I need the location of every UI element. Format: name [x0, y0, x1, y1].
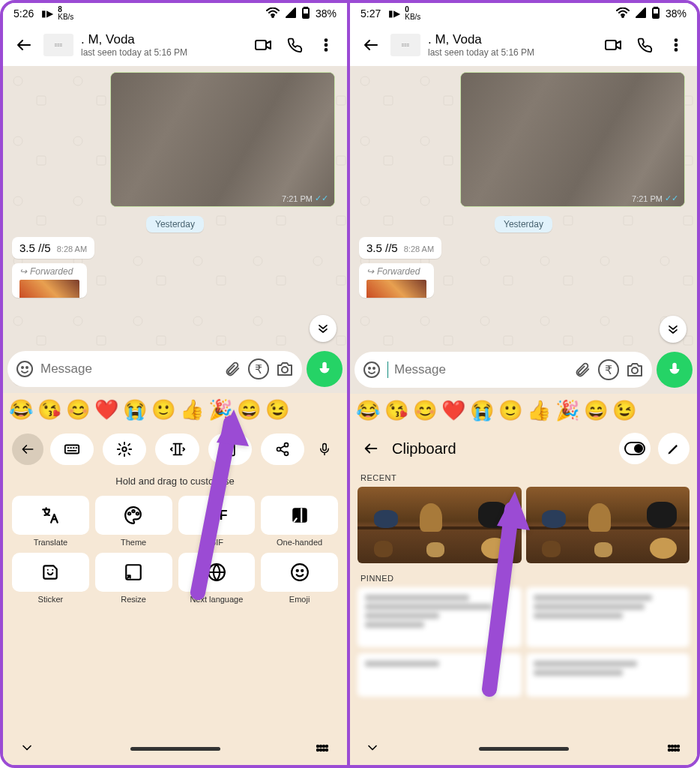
forwarded-message[interactable]: ↪Forwarded	[12, 263, 87, 298]
kb-hint: Hold and drag to customise	[12, 476, 338, 487]
chat-header: ≡≡≡ . M, Voda last seen today at 5:16 PM	[3, 24, 347, 66]
kb-voice-icon[interactable]	[311, 434, 338, 465]
rupee-icon[interactable]: ₹	[248, 358, 269, 380]
kb-cell-theme[interactable]: Theme	[95, 496, 172, 547]
call-icon[interactable]	[283, 33, 307, 57]
nav-pill[interactable]	[130, 747, 220, 751]
message-input[interactable]	[40, 362, 217, 376]
more-icon[interactable]	[314, 33, 338, 57]
kb-clipboard-icon[interactable]	[208, 434, 252, 465]
svg-rect-2	[304, 7, 307, 8]
emoji-item[interactable]: 😊	[66, 398, 90, 422]
message-incoming[interactable]: 3.5 //5 8:28 AM	[359, 237, 441, 259]
clipboard-back-icon[interactable]	[357, 435, 384, 462]
clipboard-text-1[interactable]	[357, 587, 522, 647]
chat-title[interactable]: . M, Voda last seen today at 5:16 PM	[428, 32, 594, 58]
emoji-item[interactable]: 😉	[612, 399, 636, 422]
image-message[interactable]: 7:21 PM ✓✓	[110, 72, 335, 207]
kb-back-button[interactable]	[12, 434, 43, 465]
image-message[interactable]: 7:21 PM ✓✓	[460, 72, 685, 207]
attach-icon[interactable]	[573, 360, 592, 380]
message-input-pill: ₹	[7, 351, 302, 387]
kb-cell-gif[interactable]: GIFGIF	[178, 496, 256, 547]
scroll-down-button[interactable]	[310, 315, 337, 342]
emoji-item[interactable]: ❤️	[441, 399, 465, 422]
emoji-item[interactable]: 😭	[470, 399, 494, 422]
clipboard-text-2[interactable]	[526, 587, 690, 647]
emoji-item[interactable]: 😂	[9, 398, 33, 422]
emoji-icon[interactable]	[15, 359, 34, 379]
svg-point-37	[326, 748, 328, 750]
kb-collapse-icon[interactable]	[19, 740, 34, 758]
kb-keyboard-icon[interactable]	[50, 434, 94, 465]
camera-icon[interactable]	[625, 360, 645, 380]
scroll-down-button[interactable]	[660, 316, 687, 343]
rupee-icon[interactable]: ₹	[598, 359, 619, 380]
emoji-item[interactable]: 😘	[37, 398, 61, 422]
avatar[interactable]: ≡≡≡	[43, 34, 73, 56]
emoji-item[interactable]: 😊	[413, 399, 437, 422]
emoji-item[interactable]: 😭	[123, 398, 147, 422]
svg-rect-41	[654, 14, 658, 17]
emoji-item[interactable]: 🎉	[208, 398, 232, 422]
kb-dots-icon[interactable]	[316, 743, 331, 755]
svg-rect-42	[606, 40, 616, 50]
kb-cell-resize[interactable]: Resize	[95, 553, 172, 604]
emoji-item[interactable]: 😉	[265, 398, 289, 422]
phone-right: 5:27 ▮▶ 0KB/s 38% ≡≡≡ . M, Voda last see…	[350, 3, 697, 765]
kb-cell-onehanded[interactable]: One-handed	[261, 496, 338, 547]
back-icon[interactable]	[359, 33, 383, 57]
svg-point-53	[669, 745, 670, 746]
kb-cell-nextlang[interactable]: Next language	[178, 553, 256, 604]
more-icon[interactable]	[664, 33, 688, 57]
video-call-icon[interactable]	[251, 33, 275, 57]
clipboard-edit-icon[interactable]	[658, 433, 690, 464]
call-icon[interactable]	[633, 33, 657, 57]
clipboard-image-2[interactable]	[526, 487, 690, 563]
back-icon[interactable]	[12, 33, 36, 57]
svg-point-52	[635, 445, 642, 452]
kb-cell-sticker[interactable]: Sticker	[12, 553, 89, 604]
clipboard-text-3[interactable]	[357, 653, 522, 697]
emoji-item[interactable]: ❤️	[94, 398, 118, 422]
chat-title[interactable]: . M, Voda last seen today at 5:16 PM	[81, 32, 244, 58]
attach-icon[interactable]	[223, 359, 242, 379]
video-call-icon[interactable]	[601, 33, 625, 57]
status-time: 5:26	[13, 8, 34, 20]
kb-dots-icon[interactable]	[667, 743, 682, 755]
clipboard-image-1[interactable]	[357, 487, 522, 563]
message-input[interactable]	[394, 362, 567, 377]
message-incoming[interactable]: 3.5 //5 8:28 AM	[12, 237, 94, 259]
kb-collapse-icon[interactable]	[365, 740, 380, 758]
emoji-icon[interactable]	[362, 360, 381, 380]
svg-rect-13	[65, 446, 79, 454]
wifi-icon	[616, 8, 630, 20]
nav-pill[interactable]	[479, 747, 569, 751]
battery-icon	[302, 7, 310, 21]
mic-button[interactable]	[307, 351, 343, 387]
kb-textselect-icon[interactable]	[155, 434, 199, 465]
camera-icon[interactable]	[275, 359, 295, 379]
kb-share-icon[interactable]	[261, 434, 304, 465]
emoji-item[interactable]: 😄	[584, 399, 608, 422]
emoji-item[interactable]: 👍	[527, 399, 551, 422]
forwarded-message[interactable]: ↪Forwarded	[359, 263, 434, 298]
chat-header: ≡≡≡ . M, Voda last seen today at 5:16 PM	[350, 24, 697, 66]
emoji-item[interactable]: 😄	[237, 398, 261, 422]
clipboard-toggle[interactable]	[619, 433, 651, 464]
forward-icon: ↪	[19, 266, 27, 277]
clipboard-text-4[interactable]	[526, 653, 690, 697]
emoji-item[interactable]: 👍	[180, 398, 204, 422]
chat-body: 7:21 PM ✓✓ Yesterday 3.5 //5 8:28 AM ↪Fo…	[3, 66, 347, 393]
svg-point-59	[675, 748, 676, 750]
mic-button[interactable]	[657, 352, 693, 388]
kb-settings-icon[interactable]	[103, 434, 146, 465]
kb-cell-translate[interactable]: Translate	[12, 496, 89, 547]
emoji-item[interactable]: 😘	[384, 399, 408, 422]
emoji-item[interactable]: 😂	[356, 399, 380, 422]
kb-cell-emoji[interactable]: Emoji	[261, 553, 338, 604]
emoji-item[interactable]: 🎉	[555, 399, 579, 422]
emoji-item[interactable]: 🙂	[498, 399, 522, 422]
avatar[interactable]: ≡≡≡	[390, 34, 420, 56]
emoji-item[interactable]: 🙂	[151, 398, 175, 422]
